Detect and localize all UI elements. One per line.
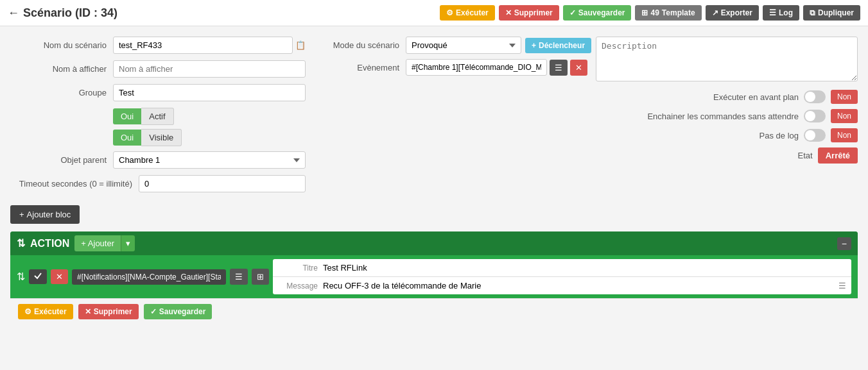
- event-remove-button[interactable]: ✕: [570, 60, 587, 76]
- objet-parent-label: Objet parent: [10, 155, 113, 165]
- ajouter-caret-button[interactable]: ▾: [121, 235, 135, 251]
- event-controls: ☰ ✕: [406, 59, 587, 76]
- nom-afficher-row: Nom à afficher: [10, 60, 306, 78]
- action-header-label: ACTION: [30, 238, 69, 249]
- etat-row: Etat Arrêté: [596, 147, 858, 164]
- action-row: ⇅ ✕ ☰ ⊞ Titre Message ☰: [10, 255, 858, 298]
- groupe-label: Groupe: [10, 88, 113, 97]
- action-input[interactable]: [72, 269, 226, 285]
- action-header: ⇅ ACTION + Ajouter ▾ −: [10, 231, 858, 255]
- bottom-delete-icon: ✕: [85, 307, 91, 316]
- action-message-input[interactable]: [323, 281, 836, 290]
- nom-row: Nom du scénario 📋: [10, 37, 306, 54]
- back-icon[interactable]: ←: [8, 6, 19, 20]
- mode-section: Mode du scénario Provoqué + Déclencheur: [329, 37, 586, 76]
- bottom-save-icon: ✓: [150, 307, 157, 316]
- executer-avantplan-label: Exécuter en avant plan: [713, 92, 799, 102]
- timeout-label: Timeout secondes (0 = illimité): [10, 179, 139, 189]
- action-section: ⇅ ACTION + Ajouter ▾ − ⇅ ✕ ☰ ⊞: [10, 231, 858, 298]
- pas-de-log-label: Pas de log: [759, 131, 799, 140]
- pas-de-log-row: Pas de log Non: [596, 128, 858, 142]
- delete-button[interactable]: ✕ Supprimer: [499, 5, 559, 21]
- event-list-icon-button[interactable]: ☰: [550, 60, 568, 76]
- bottom-delete-button[interactable]: ✕ Supprimer: [78, 304, 139, 319]
- nom-icon: 📋: [295, 40, 306, 50]
- title-text: Scénario (ID : 34): [23, 6, 117, 20]
- duplicate-icon: ⧉: [810, 8, 815, 17]
- bottom-execute-icon: ⚙: [24, 307, 31, 316]
- toolbar: ⚙ Exécuter ✕ Supprimer ✓ Sauvegarder ⊞ 4…: [440, 5, 860, 21]
- action-remove-button[interactable]: ✕: [51, 269, 68, 284]
- etat-arrete-button[interactable]: Arrêté: [818, 147, 858, 164]
- save-button[interactable]: ✓ Sauvegarder: [563, 5, 632, 21]
- log-button[interactable]: ☰ Log: [763, 5, 799, 21]
- execute-icon: ⚙: [446, 8, 453, 17]
- visible-row: Oui Visible: [113, 129, 306, 146]
- nom-input[interactable]: [113, 37, 293, 54]
- template-icon: ⊞: [641, 8, 648, 17]
- pas-de-log-non-button[interactable]: Non: [831, 128, 858, 142]
- enchainer-label: Enchainer les commandes sans attendre: [647, 112, 799, 121]
- bottom-save-button[interactable]: ✓ Sauvegarder: [144, 304, 213, 319]
- middle-form: Mode du scénario Provoqué + Déclencheur: [316, 37, 586, 83]
- mode-select[interactable]: Provoqué: [406, 37, 521, 54]
- action-list-icon-button[interactable]: ☰: [230, 269, 248, 285]
- actif-yes-button[interactable]: Oui: [113, 108, 141, 124]
- enchainer-toggle[interactable]: [804, 110, 826, 122]
- groupe-input[interactable]: [113, 84, 306, 101]
- nom-afficher-label: Nom à afficher: [10, 64, 113, 74]
- timeout-row: Timeout secondes (0 = illimité): [10, 175, 306, 192]
- actif-row: Oui Actif: [113, 108, 306, 125]
- add-block-button[interactable]: + Ajouter bloc: [10, 205, 80, 224]
- executer-avantplan-non-button[interactable]: Non: [831, 90, 858, 104]
- action-collapse-button[interactable]: −: [837, 237, 851, 250]
- action-title-row: Titre: [273, 259, 851, 277]
- objet-parent-select[interactable]: Chambre 1: [113, 151, 306, 169]
- top-bar: ← Scénario (ID : 34) ⚙ Exécuter ✕ Suppri…: [0, 0, 868, 26]
- nom-afficher-input[interactable]: [113, 60, 306, 78]
- execute-button[interactable]: ⚙ Exécuter: [440, 5, 495, 21]
- template-button[interactable]: ⊞ 49 Template: [635, 5, 701, 21]
- declencheur-button[interactable]: + Déclencheur: [525, 38, 591, 53]
- log-icon: ☰: [769, 8, 776, 17]
- action-sort-icon: ⇅: [17, 237, 25, 249]
- event-row: Evènement ☰ ✕: [329, 59, 586, 76]
- duplicate-button[interactable]: ⧉ Dupliquer: [803, 5, 860, 21]
- bottom-execute-button[interactable]: ⚙ Exécuter: [18, 304, 73, 319]
- right-panel: Exécuter en avant plan Non Enchainer les…: [596, 37, 858, 164]
- action-message-icon[interactable]: ☰: [838, 281, 846, 290]
- plus-declencheur-icon: +: [532, 41, 536, 50]
- action-titre-input[interactable]: [323, 263, 846, 273]
- action-message-row: Message ☰: [273, 277, 851, 294]
- event-input[interactable]: [406, 59, 547, 76]
- page-title: ← Scénario (ID : 34): [8, 6, 117, 20]
- action-grid-icon-button[interactable]: ⊞: [252, 269, 269, 285]
- groupe-row: Groupe: [10, 84, 306, 101]
- left-form: Nom du scénario 📋 Nom à afficher Groupe …: [10, 37, 306, 224]
- mode-label: Mode du scénario: [329, 40, 406, 50]
- executer-avantplan-toggle[interactable]: [804, 90, 826, 103]
- enchainer-row: Enchainer les commandes sans attendre No…: [596, 109, 858, 123]
- action-content-right: Titre Message ☰: [273, 259, 851, 294]
- description-textarea[interactable]: [596, 37, 858, 81]
- export-icon: ↗: [712, 8, 718, 17]
- mode-controls: Provoqué + Déclencheur: [406, 37, 591, 54]
- ajouter-button[interactable]: + Ajouter: [74, 235, 121, 251]
- visible-yes-button[interactable]: Oui: [113, 130, 141, 146]
- delete-icon: ✕: [505, 8, 512, 17]
- timeout-input[interactable]: [139, 175, 306, 192]
- event-label: Evènement: [329, 63, 406, 72]
- bottom-bar: ⚙ Exécuter ✕ Supprimer ✓ Sauvegarder: [10, 298, 858, 324]
- save-icon: ✓: [569, 8, 576, 17]
- actif-label: Actif: [141, 108, 173, 125]
- ajouter-group: + Ajouter ▾: [74, 235, 135, 251]
- enchainer-non-button[interactable]: Non: [831, 109, 858, 123]
- ajouter-plus-icon: +: [81, 239, 88, 248]
- pas-de-log-toggle[interactable]: [804, 129, 826, 142]
- executer-avantplan-row: Exécuter en avant plan Non: [596, 90, 858, 104]
- action-message-label: Message: [278, 282, 323, 290]
- action-titre-label: Titre: [278, 264, 323, 273]
- action-check-icon[interactable]: [29, 269, 47, 284]
- visible-label: Visible: [141, 129, 182, 146]
- export-button[interactable]: ↗ Exporter: [706, 5, 759, 21]
